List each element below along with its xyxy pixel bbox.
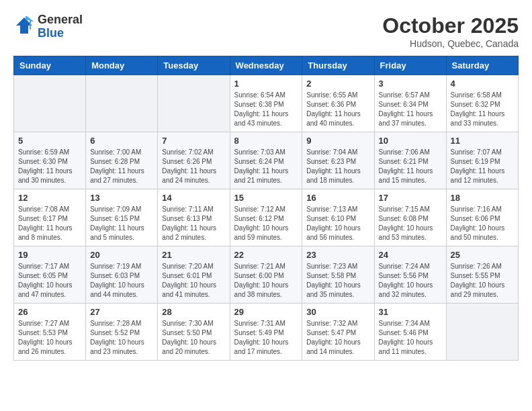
day-number: 10 xyxy=(379,136,442,146)
calendar-cell: 26Sunrise: 7:27 AM Sunset: 5:53 PM Dayli… xyxy=(14,304,86,361)
calendar-header-row: SundayMondayTuesdayWednesdayThursdayFrid… xyxy=(14,56,519,75)
calendar-cell: 4Sunrise: 6:58 AM Sunset: 6:32 PM Daylig… xyxy=(446,75,518,132)
day-of-week-thursday: Thursday xyxy=(302,56,374,75)
calendar-cell xyxy=(446,304,518,361)
calendar-cell: 1Sunrise: 6:54 AM Sunset: 6:38 PM Daylig… xyxy=(230,75,302,132)
location-text: Hudson, Quebec, Canada xyxy=(382,38,519,49)
calendar-cell: 16Sunrise: 7:13 AM Sunset: 6:10 PM Dayli… xyxy=(302,189,374,246)
calendar-cell: 2Sunrise: 6:55 AM Sunset: 6:36 PM Daylig… xyxy=(302,75,374,132)
day-number: 27 xyxy=(90,307,153,317)
calendar-cell: 14Sunrise: 7:11 AM Sunset: 6:13 PM Dayli… xyxy=(158,189,230,246)
calendar-cell: 15Sunrise: 7:12 AM Sunset: 6:12 PM Dayli… xyxy=(230,189,302,246)
day-number: 13 xyxy=(90,193,153,203)
day-of-week-friday: Friday xyxy=(374,56,446,75)
calendar-week-row: 12Sunrise: 7:08 AM Sunset: 6:17 PM Dayli… xyxy=(14,189,519,246)
day-number: 22 xyxy=(234,250,298,260)
calendar-cell: 18Sunrise: 7:16 AM Sunset: 6:06 PM Dayli… xyxy=(446,189,518,246)
day-number: 12 xyxy=(18,193,81,203)
calendar-week-row: 19Sunrise: 7:17 AM Sunset: 6:05 PM Dayli… xyxy=(14,246,519,304)
day-number: 1 xyxy=(234,79,298,89)
day-of-week-monday: Monday xyxy=(86,56,158,75)
day-info: Sunrise: 6:57 AM Sunset: 6:34 PM Dayligh… xyxy=(379,91,442,128)
calendar-cell: 19Sunrise: 7:17 AM Sunset: 6:05 PM Dayli… xyxy=(14,246,86,304)
calendar-cell: 22Sunrise: 7:21 AM Sunset: 6:00 PM Dayli… xyxy=(230,246,302,304)
day-info: Sunrise: 7:03 AM Sunset: 6:24 PM Dayligh… xyxy=(234,148,298,185)
calendar-cell: 10Sunrise: 7:06 AM Sunset: 6:21 PM Dayli… xyxy=(374,132,446,189)
day-info: Sunrise: 7:19 AM Sunset: 6:03 PM Dayligh… xyxy=(90,262,153,300)
calendar-table: SundayMondayTuesdayWednesdayThursdayFrid… xyxy=(13,56,519,361)
calendar-cell: 29Sunrise: 7:31 AM Sunset: 5:49 PM Dayli… xyxy=(230,304,302,361)
day-info: Sunrise: 7:09 AM Sunset: 6:15 PM Dayligh… xyxy=(90,205,153,242)
logo-blue-text: Blue xyxy=(38,27,83,40)
day-of-week-wednesday: Wednesday xyxy=(230,56,302,75)
calendar-cell: 24Sunrise: 7:24 AM Sunset: 5:56 PM Dayli… xyxy=(374,246,446,304)
day-info: Sunrise: 7:24 AM Sunset: 5:56 PM Dayligh… xyxy=(379,262,442,300)
day-info: Sunrise: 6:58 AM Sunset: 6:32 PM Dayligh… xyxy=(451,91,514,128)
day-info: Sunrise: 7:06 AM Sunset: 6:21 PM Dayligh… xyxy=(379,148,442,185)
day-number: 30 xyxy=(306,307,369,317)
day-number: 29 xyxy=(234,307,298,317)
calendar-cell: 25Sunrise: 7:26 AM Sunset: 5:55 PM Dayli… xyxy=(446,246,518,304)
day-info: Sunrise: 7:27 AM Sunset: 5:53 PM Dayligh… xyxy=(18,319,81,357)
calendar-cell: 21Sunrise: 7:20 AM Sunset: 6:01 PM Dayli… xyxy=(158,246,230,304)
day-info: Sunrise: 7:15 AM Sunset: 6:08 PM Dayligh… xyxy=(379,205,442,242)
calendar-week-row: 1Sunrise: 6:54 AM Sunset: 6:38 PM Daylig… xyxy=(14,75,519,132)
day-number: 8 xyxy=(234,136,298,146)
calendar-cell: 20Sunrise: 7:19 AM Sunset: 6:03 PM Dayli… xyxy=(86,246,158,304)
day-number: 23 xyxy=(306,250,369,260)
day-info: Sunrise: 7:04 AM Sunset: 6:23 PM Dayligh… xyxy=(306,148,369,185)
day-number: 25 xyxy=(451,250,514,260)
calendar-cell: 7Sunrise: 7:02 AM Sunset: 6:26 PM Daylig… xyxy=(158,132,230,189)
day-number: 6 xyxy=(90,136,153,146)
day-info: Sunrise: 7:11 AM Sunset: 6:13 PM Dayligh… xyxy=(162,205,225,242)
day-info: Sunrise: 7:17 AM Sunset: 6:05 PM Dayligh… xyxy=(18,262,81,300)
calendar-week-row: 5Sunrise: 6:59 AM Sunset: 6:30 PM Daylig… xyxy=(14,132,519,189)
day-info: Sunrise: 7:21 AM Sunset: 6:00 PM Dayligh… xyxy=(234,262,298,300)
day-number: 11 xyxy=(451,136,514,146)
day-info: Sunrise: 7:31 AM Sunset: 5:49 PM Dayligh… xyxy=(234,319,298,357)
day-number: 24 xyxy=(379,250,442,260)
day-number: 18 xyxy=(451,193,514,203)
day-info: Sunrise: 7:28 AM Sunset: 5:52 PM Dayligh… xyxy=(90,319,153,357)
calendar-week-row: 26Sunrise: 7:27 AM Sunset: 5:53 PM Dayli… xyxy=(14,304,519,361)
day-number: 21 xyxy=(162,250,225,260)
calendar-cell: 9Sunrise: 7:04 AM Sunset: 6:23 PM Daylig… xyxy=(302,132,374,189)
day-number: 28 xyxy=(162,307,225,317)
calendar-cell: 11Sunrise: 7:07 AM Sunset: 6:19 PM Dayli… xyxy=(446,132,518,189)
day-number: 14 xyxy=(162,193,225,203)
calendar-cell: 3Sunrise: 6:57 AM Sunset: 6:34 PM Daylig… xyxy=(374,75,446,132)
calendar-cell xyxy=(86,75,158,132)
day-info: Sunrise: 7:34 AM Sunset: 5:46 PM Dayligh… xyxy=(379,319,442,357)
day-of-week-sunday: Sunday xyxy=(14,56,86,75)
day-number: 2 xyxy=(306,79,369,89)
day-number: 15 xyxy=(234,193,298,203)
logo-name: General Blue xyxy=(38,13,83,40)
calendar-cell xyxy=(158,75,230,132)
day-number: 31 xyxy=(379,307,442,317)
day-info: Sunrise: 6:54 AM Sunset: 6:38 PM Dayligh… xyxy=(234,91,298,128)
day-info: Sunrise: 7:20 AM Sunset: 6:01 PM Dayligh… xyxy=(162,262,225,300)
day-number: 7 xyxy=(162,136,225,146)
day-info: Sunrise: 7:30 AM Sunset: 5:50 PM Dayligh… xyxy=(162,319,225,357)
calendar-cell: 6Sunrise: 7:00 AM Sunset: 6:28 PM Daylig… xyxy=(86,132,158,189)
day-info: Sunrise: 7:26 AM Sunset: 5:55 PM Dayligh… xyxy=(451,262,514,300)
day-number: 17 xyxy=(379,193,442,203)
page-header: General Blue October 2025 Hudson, Quebec… xyxy=(13,13,519,49)
day-number: 4 xyxy=(451,79,514,89)
day-info: Sunrise: 7:07 AM Sunset: 6:19 PM Dayligh… xyxy=(451,148,514,185)
day-number: 5 xyxy=(18,136,81,146)
logo: General Blue xyxy=(13,13,83,40)
day-info: Sunrise: 6:55 AM Sunset: 6:36 PM Dayligh… xyxy=(306,91,369,128)
day-number: 20 xyxy=(90,250,153,260)
day-of-week-saturday: Saturday xyxy=(446,56,518,75)
calendar-cell: 28Sunrise: 7:30 AM Sunset: 5:50 PM Dayli… xyxy=(158,304,230,361)
logo-general-text: General xyxy=(38,13,83,27)
day-number: 19 xyxy=(18,250,81,260)
day-info: Sunrise: 7:12 AM Sunset: 6:12 PM Dayligh… xyxy=(234,205,298,242)
calendar-cell: 5Sunrise: 6:59 AM Sunset: 6:30 PM Daylig… xyxy=(14,132,86,189)
calendar-cell: 31Sunrise: 7:34 AM Sunset: 5:46 PM Dayli… xyxy=(374,304,446,361)
day-info: Sunrise: 7:02 AM Sunset: 6:26 PM Dayligh… xyxy=(162,148,225,185)
calendar-cell: 12Sunrise: 7:08 AM Sunset: 6:17 PM Dayli… xyxy=(14,189,86,246)
day-info: Sunrise: 6:59 AM Sunset: 6:30 PM Dayligh… xyxy=(18,148,81,185)
day-info: Sunrise: 7:32 AM Sunset: 5:47 PM Dayligh… xyxy=(306,319,369,357)
